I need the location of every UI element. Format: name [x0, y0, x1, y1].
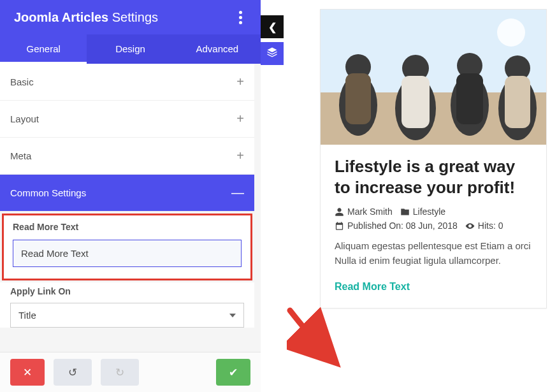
tab-general[interactable]: General [0, 34, 87, 64]
meta-row-1: Mark Smith Lifestyle [335, 207, 532, 217]
apply-link-field-box: Apply Link On Title [0, 282, 254, 328]
undo-icon: ↺ [68, 366, 77, 379]
plus-icon: + [236, 149, 244, 163]
article-title: Lifestyle is a great way to increase you… [335, 156, 532, 198]
plus-icon: + [236, 112, 244, 126]
settings-panel: Joomla Articles Settings General Design … [0, 0, 261, 392]
read-more-link[interactable]: Read More Text [335, 281, 410, 293]
meta-hits: Hits: 0 [465, 221, 503, 231]
meta-category: Lifestyle [400, 207, 445, 217]
section-meta-label: Meta [10, 150, 31, 161]
preview-side-actions: ❮ [261, 15, 284, 69]
article-body: Lifestyle is a great way to increase you… [321, 145, 546, 308]
eye-icon [465, 221, 475, 231]
section-meta[interactable]: Meta + [0, 138, 254, 175]
svg-rect-11 [345, 73, 371, 124]
read-more-input[interactable] [13, 240, 242, 267]
tab-design[interactable]: Design [87, 34, 173, 64]
section-common-label: Common Settings [10, 187, 86, 198]
article-excerpt: Aliquam egestas pellentesque est Etiam a… [335, 238, 532, 268]
cancel-button[interactable]: ✕ [10, 359, 45, 386]
check-icon: ✔ [229, 366, 238, 379]
svg-point-2 [497, 18, 525, 47]
layers-icon [266, 47, 278, 61]
kebab-menu-icon[interactable] [234, 9, 247, 25]
calendar-icon [335, 221, 344, 231]
read-more-field-box: Read More Text [2, 214, 252, 280]
meta-published: Published On: 08 Jun, 2018 [335, 221, 458, 231]
plus-icon: + [236, 75, 244, 89]
published-value: Published On: 08 Jun, 2018 [347, 221, 458, 231]
layers-button[interactable] [261, 42, 284, 65]
category-value: Lifestyle [413, 207, 445, 217]
collapse-panel-button[interactable]: ❮ [261, 15, 284, 38]
apply-link-value: Title [18, 310, 36, 321]
close-icon: ✕ [23, 366, 32, 379]
article-card: Lifestyle is a great way to increase you… [320, 9, 547, 309]
tabs: General Design Advanced [0, 34, 261, 64]
undo-button[interactable]: ↺ [54, 359, 92, 386]
meta-author: Mark Smith [335, 207, 393, 217]
hits-value: Hits: 0 [478, 221, 503, 231]
section-layout[interactable]: Layout + [0, 101, 254, 138]
minus-icon: — [231, 185, 244, 200]
panel-header: Joomla Articles Settings [0, 0, 261, 34]
article-image [321, 10, 546, 145]
svg-rect-14 [505, 76, 530, 128]
apply-link-label: Apply Link On [10, 286, 244, 296]
svg-rect-13 [456, 73, 483, 124]
redo-button[interactable]: ↻ [101, 359, 139, 386]
user-icon [335, 207, 344, 217]
apply-link-select[interactable]: Title [10, 303, 244, 328]
annotation-arrow-icon [287, 307, 344, 371]
chevron-left-icon: ❮ [268, 21, 277, 33]
svg-rect-12 [401, 76, 430, 128]
author-value: Mark Smith [347, 207, 393, 217]
section-basic-label: Basic [10, 76, 34, 87]
save-button[interactable]: ✔ [216, 359, 250, 386]
section-layout-label: Layout [10, 113, 39, 124]
sections-scroll[interactable]: Basic + Layout + Meta + Common Settings … [0, 64, 261, 373]
chevron-down-icon [229, 314, 236, 317]
bottom-toolbar: ✕ ↺ ↻ ✔ [0, 352, 261, 392]
redo-icon: ↻ [115, 366, 124, 379]
panel-title: Joomla Articles Settings [14, 10, 158, 25]
meta-row-2: Published On: 08 Jun, 2018 Hits: 0 [335, 221, 532, 231]
tab-advanced[interactable]: Advanced [174, 34, 261, 64]
folder-icon [400, 207, 410, 217]
section-common-settings[interactable]: Common Settings — [0, 175, 254, 212]
section-basic[interactable]: Basic + [0, 64, 254, 101]
read-more-label: Read More Text [13, 222, 242, 232]
